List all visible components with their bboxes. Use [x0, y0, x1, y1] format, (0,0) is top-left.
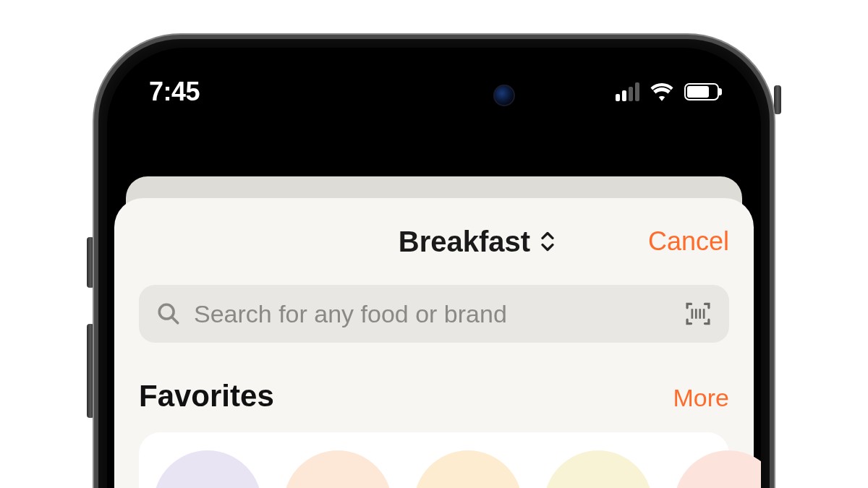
phone-frame: 7:45 Breakfast: [94, 35, 774, 488]
favorite-item[interactable]: [153, 450, 262, 488]
status-time: 7:45: [149, 77, 200, 107]
chevron-up-down-icon: [539, 231, 556, 252]
favorites-row: [139, 432, 729, 488]
favorite-item[interactable]: [544, 450, 652, 488]
dynamic-island: [333, 68, 535, 122]
search-field[interactable]: [139, 285, 729, 343]
volume-down-button: [87, 324, 94, 418]
favorite-item[interactable]: [674, 450, 761, 488]
cancel-button[interactable]: Cancel: [648, 226, 729, 257]
favorites-heading: Favorites: [139, 379, 274, 414]
favorite-item[interactable]: [414, 450, 522, 488]
wifi-icon: [650, 82, 674, 101]
front-camera-icon: [493, 85, 515, 106]
search-icon: [156, 301, 181, 326]
meal-selector-label: Breakfast: [399, 226, 530, 258]
side-button: [774, 85, 781, 114]
battery-icon: [684, 83, 719, 100]
search-input[interactable]: [194, 300, 671, 328]
food-log-sheet: Breakfast Cancel: [114, 198, 754, 488]
favorite-item[interactable]: [284, 450, 392, 488]
svg-line-1: [172, 317, 178, 323]
cellular-signal-icon: [616, 82, 639, 101]
meal-selector[interactable]: Breakfast: [399, 226, 556, 258]
barcode-scan-icon[interactable]: [684, 300, 712, 328]
favorites-more-button[interactable]: More: [673, 384, 729, 412]
volume-up-button: [87, 237, 94, 288]
